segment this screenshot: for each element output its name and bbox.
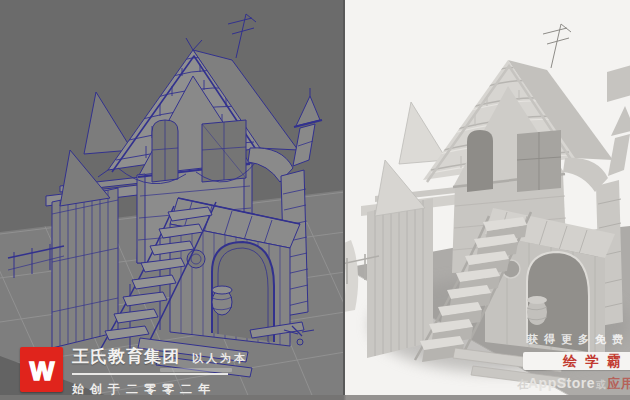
promo-headline: 获得更多免费 (527, 333, 630, 346)
company-name: 王氏教育集团 (72, 348, 180, 365)
app-name-badge: 绘学霸 (523, 352, 630, 370)
wireframe-viewport (0, 0, 345, 400)
search-conjunction: 或 (596, 379, 606, 390)
brand-watermark: W 王氏教育集团 以人为本 始创于二零零二年 (20, 347, 248, 398)
app-name: 绘学霸 (523, 354, 629, 368)
founded-line: 始创于二零零二年 (72, 381, 248, 398)
store-search-hint: 在AppStore或应用市 (517, 374, 630, 393)
fine-print-smudge (160, 368, 232, 372)
logo-letter: W (29, 356, 54, 386)
company-tagline: 以人为本 (192, 352, 248, 365)
search-suffix: 应用市 (607, 376, 630, 391)
viewport-divider (343, 0, 345, 400)
brand-logo: W (20, 347, 63, 392)
brand-divider (72, 373, 228, 375)
app-promo: 获得更多免费 绘学霸 在AppStore或应用市 (517, 333, 630, 393)
w-logo-icon: W (22, 350, 62, 390)
wireframe-house-illustration (0, 0, 345, 400)
promo-image: W 王氏教育集团 以人为本 始创于二零零二年 获得更多免费 绘学霸 在AppSt… (0, 0, 630, 400)
brand-text: 王氏教育集团 以人为本 始创于二零零二年 (72, 347, 248, 398)
search-prefix: 在 (517, 378, 528, 390)
store-name: AppStore (528, 375, 595, 391)
